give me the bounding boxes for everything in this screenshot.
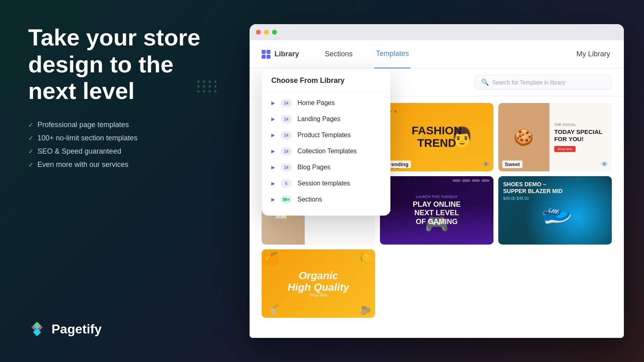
template-card-fashion[interactable]: • • • 👨 FASHIONTREND 👁 Trending: [380, 103, 493, 171]
blog-pages-badge: 14: [281, 163, 292, 171]
dropdown-item-collection-templates[interactable]: ▶ 14 Collection Templates: [262, 143, 390, 159]
collection-templates-badge: 14: [281, 147, 292, 155]
chevron-right-icon: ▶: [271, 132, 275, 138]
right-panel: Library Sections Templates My Library Al…: [250, 0, 644, 362]
gaming-nav: [452, 179, 489, 182]
decorative-dots: [197, 80, 217, 93]
organic-text: OrganicHigh Quality Shop Now: [287, 270, 349, 297]
feature-item: ✓ SEO & Speed guaranteed: [28, 147, 225, 156]
template-card-shoes[interactable]: SHOES DEMO –SUPPER BLAZER MID $49.00 $48…: [498, 176, 612, 245]
fashion-title: FASHIONTREND: [412, 125, 462, 150]
chevron-right-icon: ▶: [271, 116, 275, 122]
nav-logo: Library: [262, 50, 299, 59]
home-pages-label: Home Pages: [297, 99, 335, 107]
nav-templates[interactable]: Templates: [374, 40, 411, 68]
brand-name: Pagetify: [52, 322, 101, 337]
brand-logo-icon: [28, 320, 46, 338]
check-icon: ✓: [28, 161, 33, 169]
brand: Pagetify: [28, 320, 225, 338]
app-nav: Library Sections Templates My Library: [250, 40, 624, 68]
browser-chrome: [250, 24, 624, 40]
chevron-right-icon: ▶: [271, 100, 275, 106]
check-icon: ✓: [28, 134, 33, 142]
template-card-organic[interactable]: 🍊 🍋 🥤 🫐 OrganicHigh Quality Shop Now: [262, 249, 375, 318]
browser-mockup: Library Sections Templates My Library Al…: [250, 24, 624, 338]
dropdown-title: Choose From Library: [262, 76, 390, 92]
eye-icon-special[interactable]: 👁: [601, 161, 608, 168]
feature-item: ✓ 100+ no-limit section templates: [28, 134, 225, 142]
collection-templates-label: Collection Templates: [297, 148, 357, 155]
organic-title: OrganicHigh Quality: [287, 270, 349, 293]
eye-icon[interactable]: 👁: [483, 161, 489, 168]
special-tag: The Social: [554, 123, 607, 127]
chevron-right-icon: ▶: [271, 181, 275, 186]
dropdown-item-product-templates[interactable]: ▶ 14 Product Templates: [262, 127, 390, 143]
session-templates-badge: 5: [281, 179, 292, 187]
browser-body: Library Sections Templates My Library Al…: [250, 40, 624, 338]
left-panel: Take your store design to the next level…: [0, 0, 250, 362]
organic-subtitle: Shop Now: [287, 293, 349, 297]
chevron-right-icon: ▶: [271, 165, 275, 170]
search-input-wrapper[interactable]: 🔍 Search for Template in library: [475, 75, 612, 90]
special-label: Sweet: [502, 160, 522, 168]
landing-pages-label: Landing Pages: [297, 115, 341, 123]
nav-sections[interactable]: Sections: [323, 40, 354, 68]
session-templates-label: Session templates: [297, 180, 350, 187]
dropdown-item-home-pages[interactable]: ▶ 14 Home Pages: [262, 95, 390, 111]
library-dropdown: Choose From Library ▶ 14 Home Pages ▶ 14…: [262, 68, 390, 216]
home-pages-badge: 14: [281, 99, 292, 107]
product-templates-badge: 14: [281, 131, 292, 139]
gaming-tag: LAUNCH THIS TUESDAY: [413, 195, 460, 199]
check-icon: ✓: [28, 148, 33, 155]
check-icon: ✓: [28, 121, 33, 129]
browser-dot-maximize[interactable]: [272, 30, 277, 35]
special-title: TODAY SPECIAL FOR YOU!: [554, 128, 607, 143]
browser-dot-close[interactable]: [256, 30, 261, 35]
chevron-right-icon: ▶: [271, 197, 275, 202]
feature-item: ✓ Even more with our services: [28, 160, 225, 169]
search-icon: 🔍: [481, 78, 489, 86]
sections-label: Sections: [297, 196, 322, 203]
template-card-gaming[interactable]: 🎮 LAUNCH THIS TUESDAY PLAY ONLINENEXT LE…: [380, 176, 493, 245]
dropdown-item-blog-pages[interactable]: ▶ 14 Blog Pages: [262, 159, 390, 175]
browser-dot-minimize[interactable]: [264, 30, 269, 35]
template-card-special[interactable]: 🍪 The Social TODAY SPECIAL FOR YOU! Shop…: [498, 103, 612, 171]
blog-pages-label: Blog Pages: [297, 164, 330, 171]
search-input[interactable]: Search for Template in library: [492, 79, 566, 86]
nav-my-library[interactable]: My Library: [575, 40, 612, 68]
feature-item: ✓ Professional page templates: [28, 121, 225, 129]
product-templates-label: Product Templates: [297, 132, 351, 139]
dropdown-item-landing-pages[interactable]: ▶ 14 Landing Pages: [262, 111, 390, 127]
hero-title: Take your store design to the next level: [28, 24, 225, 105]
features-list: ✓ Professional page templates ✓ 100+ no-…: [28, 121, 225, 174]
dropdown-item-sections[interactable]: ▶ 99+ Sections: [262, 191, 390, 208]
grid-icon: [262, 50, 270, 59]
gaming-title: PLAY ONLINENEXT LEVELOF GAMING: [413, 200, 460, 226]
dropdown-item-session-templates[interactable]: ▶ 5 Session templates: [262, 175, 390, 191]
shoes-title: SHOES DEMO –SUPPER BLAZER MID: [503, 181, 563, 195]
special-btn[interactable]: Shop Now: [554, 146, 576, 152]
chevron-right-icon: ▶: [271, 148, 275, 154]
landing-pages-badge: 14: [281, 115, 292, 123]
sections-badge: 99+: [281, 195, 292, 204]
nav-library-label[interactable]: Library: [275, 50, 299, 58]
